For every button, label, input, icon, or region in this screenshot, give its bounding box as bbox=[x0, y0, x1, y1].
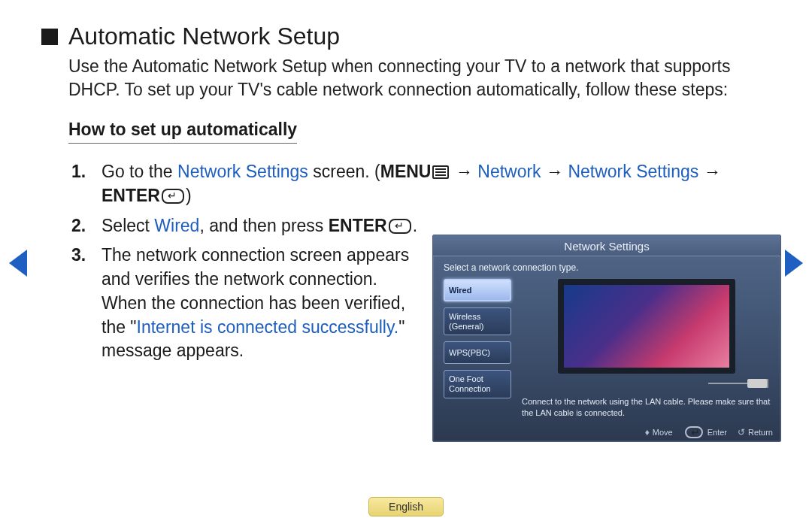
lan-cable-illustration bbox=[708, 377, 768, 390]
arrow2: → bbox=[541, 162, 568, 181]
intro-text: Use the Automatic Network Setup when con… bbox=[68, 55, 760, 101]
enter-icon bbox=[685, 426, 703, 438]
page-title: Automatic Network Setup bbox=[68, 23, 340, 50]
step2-enter-label: ENTER bbox=[329, 216, 387, 235]
howto-heading: How to set up automatically bbox=[68, 120, 297, 144]
hint-return-label: Return bbox=[748, 428, 773, 437]
step1-link-network-settings: Network Settings bbox=[177, 162, 308, 181]
step1-enter-label: ENTER bbox=[102, 186, 160, 205]
step2-text1: Select bbox=[102, 216, 154, 235]
option-wps-pbc[interactable]: WPS(PBC) bbox=[444, 341, 511, 364]
step2-text2: , and then press bbox=[199, 216, 328, 235]
connection-type-list: Wired Wireless (General) WPS(PBC) One Fo… bbox=[444, 279, 511, 419]
arrow1: → bbox=[450, 162, 477, 181]
updown-icon: ♦ bbox=[645, 427, 650, 438]
step1-close: ) bbox=[186, 186, 192, 205]
next-page-arrow[interactable] bbox=[785, 250, 803, 277]
step1-link-network: Network bbox=[477, 162, 541, 181]
panel-footer-hints: ♦Move Enter ↺Return bbox=[645, 426, 773, 438]
square-bullet-icon bbox=[41, 29, 58, 45]
step3-success-msg: Internet is connected successfully. bbox=[137, 317, 399, 337]
step2-text3: . bbox=[413, 216, 417, 235]
hint-move: ♦Move bbox=[645, 427, 673, 438]
tv-illustration bbox=[558, 279, 735, 374]
option-one-foot-connection[interactable]: One Foot Connection bbox=[444, 370, 511, 398]
hint-enter: Enter bbox=[683, 426, 727, 438]
step2-wired: Wired bbox=[154, 216, 199, 235]
enter-icon bbox=[389, 219, 411, 234]
step-2: Select Wired, and then press ENTER. bbox=[68, 214, 425, 238]
hint-move-label: Move bbox=[653, 428, 673, 437]
return-icon: ↺ bbox=[738, 427, 745, 438]
panel-description: Connect to the network using the LAN cab… bbox=[522, 396, 771, 419]
panel-title: Network Settings bbox=[433, 235, 780, 256]
option-wired[interactable]: Wired bbox=[444, 279, 511, 301]
network-settings-panel: Network Settings Select a network connec… bbox=[432, 235, 781, 442]
panel-subtitle: Select a network connection type. bbox=[433, 256, 780, 274]
enter-icon bbox=[162, 189, 184, 204]
step1-text1: Go to the bbox=[102, 162, 177, 181]
prev-page-arrow[interactable] bbox=[9, 250, 27, 277]
language-indicator[interactable]: English bbox=[368, 497, 444, 516]
step1-menu-label: MENU bbox=[380, 162, 432, 181]
step-3: The network connection screen appears an… bbox=[68, 244, 425, 363]
arrow3: → bbox=[698, 162, 720, 181]
hint-return: ↺Return bbox=[738, 427, 773, 438]
step1-link-network-settings2: Network Settings bbox=[568, 162, 698, 181]
option-wireless-general[interactable]: Wireless (General) bbox=[444, 307, 511, 335]
step1-text2: screen. ( bbox=[308, 162, 380, 181]
step-1: Go to the Network Settings screen. (MENU… bbox=[68, 160, 771, 207]
menu-icon bbox=[432, 165, 449, 179]
hint-enter-label: Enter bbox=[707, 428, 727, 437]
